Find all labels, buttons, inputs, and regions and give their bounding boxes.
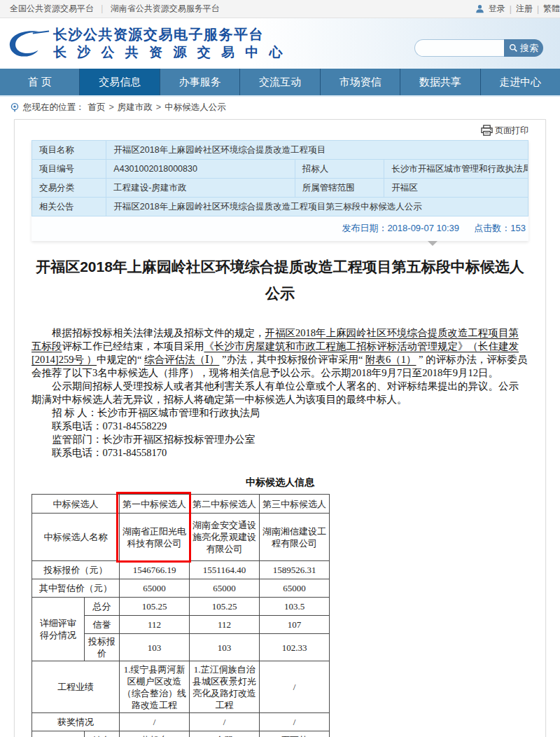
search-input[interactable] [414, 39, 504, 57]
nav-item-services[interactable]: 办事服务 [160, 69, 240, 95]
publish-row: 发布日期：2018-09-07 10:39 点击数：153 [31, 216, 528, 241]
row-label: 中标候选人名称 [32, 514, 120, 561]
clicks-value: 153 [510, 223, 526, 233]
info-row-project-name: 项目名称 开福区2018年上麻园岭社区环境综合提质改造工程项目 [32, 141, 528, 160]
notice-label: 相关公告 [32, 198, 106, 216]
printer-icon [480, 125, 493, 137]
row-label: 姓名 [85, 731, 120, 737]
breadcrumb-prefix: 您现在的位置： [23, 102, 85, 113]
category-value: 工程建设-房建市政 [106, 179, 295, 198]
article-title: 开福区2018年上麻园岭社区环境综合提质改造工程项目第五标段中标候选人公示 [31, 254, 528, 307]
bid-price-1: 1546766.19 [120, 561, 190, 579]
project-name-value: 开福区2018年上麻园岭社区环境综合提质改造工程项目 [106, 141, 528, 160]
awards-2: / [190, 713, 260, 731]
site-header: 长沙公共资源交易电子服务平台 长 沙 公 共 资 源 交 易 中 心 搜索 [0, 18, 560, 69]
nav-item-trade-info[interactable]: 交易信息 [80, 69, 160, 95]
nav-item-market-credit[interactable]: 市场资信 [321, 69, 400, 95]
site-title-line1: 长沙公共资源交易电子服务平台 [53, 25, 286, 43]
row-label: 投标报价 [85, 634, 120, 661]
manager-name-1: 黄旭东 [120, 731, 190, 737]
collapse-panel-arrow[interactable] [428, 241, 438, 246]
project-info-table: 项目名称 开福区2018年上麻园岭社区环境综合提质改造工程项目 项目编号 A43… [31, 140, 528, 216]
candidate-2-name: 湖南金安交通设施亮化景观建设有限公司 [190, 514, 260, 561]
row-label: 其中暂估价（元） [32, 579, 120, 598]
tenderer-label: 招标人 [295, 160, 384, 179]
breadcrumb-separator: > [156, 102, 161, 112]
score-total-3: 103.5 [260, 598, 330, 616]
site-search: 搜索 [414, 39, 543, 57]
publish-date-label: 发布日期： [342, 223, 387, 233]
score-credit-1: 112 [120, 616, 190, 634]
nav-item-interaction[interactable]: 交流互动 [240, 69, 320, 95]
auth-separator: | [510, 4, 512, 14]
link-hunan-platform[interactable]: 湖南省公共资源交易服务平台 [111, 3, 220, 15]
search-button-label: 搜索 [520, 42, 538, 55]
row-performance: 工程业绩 1.绥宁县两河新区棚户区改造（综合整治）线路改造工程 1.芷江侗族自治… [32, 661, 330, 713]
manager-name-3: 石丽英 [260, 731, 330, 737]
row-manager-name: 项目 经理 姓名 黄旭东 余翼 石丽英 [32, 731, 330, 737]
score-credit-3: 107 [260, 616, 330, 634]
candidates-table-title: 中标候选人信息 [31, 476, 528, 489]
tenderer-value: 长沙市开福区城市管理和行政执法局 [384, 160, 528, 179]
row-estimate: 其中暂估价（元） 65000 65000 65000 [32, 579, 330, 598]
jurisdiction-value: 开福区 [384, 179, 528, 198]
row-bid-price: 投标报价（元） 1546766.19 1551164.40 1589526.31 [32, 561, 330, 579]
candidate-1-name: 湖南省正阳光电科技有限公司 [120, 514, 190, 561]
register-link[interactable]: 注册 [516, 3, 533, 15]
candidates-header-row: 中标候选人 第一中标候选人 第二中标候选人 第三中标候选人 [32, 495, 330, 514]
score-group-label: 详细评审 得分情况 [32, 598, 85, 661]
traditional-chinese-link[interactable]: 繁體 [543, 3, 560, 15]
location-pin-icon [10, 102, 20, 112]
p1-underlined-method: 综合评估法（Ⅰ） [144, 354, 219, 365]
search-button[interactable]: 搜索 [504, 39, 543, 57]
p1-underlined-schedule: 附表6（1） [365, 354, 416, 365]
print-page-button[interactable]: 页面打印 [31, 120, 528, 140]
project-info-panel: 项目名称 开福区2018年上麻园岭社区环境综合提质改造工程项目 项目编号 A43… [31, 140, 528, 241]
nav-item-home[interactable]: 首 页 [0, 69, 80, 95]
article-paragraph-1: 根据招标投标相关法律法规及招标文件的规定，开福区2018年上麻园岭社区环境综合提… [31, 326, 528, 380]
contact-line-tenderer: 招 标 人：长沙市开福区城市管理和行政执法局 [31, 406, 528, 420]
publish-date-value: 2018-09-07 10:39 [387, 223, 459, 233]
header-candidate: 中标候选人 [32, 495, 120, 514]
auth-separator: | [537, 4, 539, 14]
info-row-notice: 相关公告 开福区2018年上麻园岭社区环境综合提质改造工程项目第三标段中标候选人… [32, 198, 528, 216]
header-third-candidate: 第三中标候选人 [260, 495, 330, 514]
info-row-category: 交易分类 工程建设-房建市政 所属管辖范围 开福区 [32, 179, 528, 198]
contact-block: 招 标 人：长沙市开福区城市管理和行政执法局 联系电话：0731-8455822… [31, 406, 528, 460]
breadcrumb-category[interactable]: 房建市政 [118, 102, 153, 113]
nav-item-data-sharing[interactable]: 数据共享 [400, 69, 480, 95]
article-body: 根据招标投标相关法律法规及招标文件的规定，开福区2018年上麻园岭社区环境综合提… [31, 326, 528, 460]
breadcrumb-separator: > [109, 102, 114, 112]
topbar-links: 全国公共资源交易平台 ｜ 湖南省公共资源交易服务平台 [10, 3, 220, 15]
row-awards: 获奖情况 / / / [32, 713, 330, 731]
topbar-separator: ｜ [98, 3, 106, 15]
site-titles: 长沙公共资源交易电子服务平台 长 沙 公 共 资 源 交 易 中 心 [53, 25, 286, 62]
candidates-table: 中标候选人 第一中标候选人 第二中标候选人 第三中标候选人 中标候选人名称 湖南… [31, 494, 330, 737]
awards-3: / [260, 713, 330, 731]
project-no-value: A4301002018000830 [106, 160, 295, 179]
score-bid-3: 102.33 [260, 634, 330, 661]
main-nav: 首 页 交易信息 办事服务 交流互动 市场资信 数据共享 走进中心 [0, 69, 560, 97]
estimate-2: 65000 [190, 579, 260, 598]
site-title-line2: 长 沙 公 共 资 源 交 易 中 心 [53, 43, 286, 62]
manager-name-2: 余翼 [190, 731, 260, 737]
login-link[interactable]: 登录 [489, 3, 505, 15]
row-label: 信誉 [85, 616, 120, 634]
site-logo[interactable] [7, 27, 50, 60]
score-total-1: 105.25 [120, 598, 190, 616]
row-candidate-names: 中标候选人名称 湖南省正阳光电科技有限公司 湖南金安交通设施亮化景观建设有限公司… [32, 514, 330, 561]
manager-group-label: 项目 经理 [32, 731, 85, 737]
article-paragraph-2: 公示期间招标人受理投标人或者其他利害关系人有单位公章或个人署名的、对评标结果提出… [31, 380, 528, 406]
estimate-1: 65000 [120, 579, 190, 598]
performance-2: 1.芷江侗族自治县城区夜景灯光亮化及路灯改造工程 [190, 661, 260, 713]
breadcrumb-home[interactable]: 首页 [88, 102, 106, 113]
candidates-table-wrap: 中标候选人 第一中标候选人 第二中标候选人 第三中标候选人 中标候选人名称 湖南… [31, 494, 329, 737]
related-notice-link[interactable]: 开福区2018年上麻园岭社区环境综合提质改造工程项目第三标段中标候选人公示 [113, 202, 421, 212]
info-row-project-no: 项目编号 A4301002018000830 招标人 长沙市开福区城市管理和行政… [32, 160, 528, 179]
bid-price-3: 1589526.31 [260, 561, 330, 579]
link-national-platform[interactable]: 全国公共资源交易平台 [10, 3, 94, 15]
candidate-3-name: 湖南湘信建设工程有限公司 [260, 514, 330, 561]
contact-line-supervisor: 监管部门：长沙市开福区招标投标管理办公室 [31, 433, 528, 446]
nav-item-about-center[interactable]: 走进中心 [481, 69, 560, 95]
user-icon [475, 4, 484, 13]
